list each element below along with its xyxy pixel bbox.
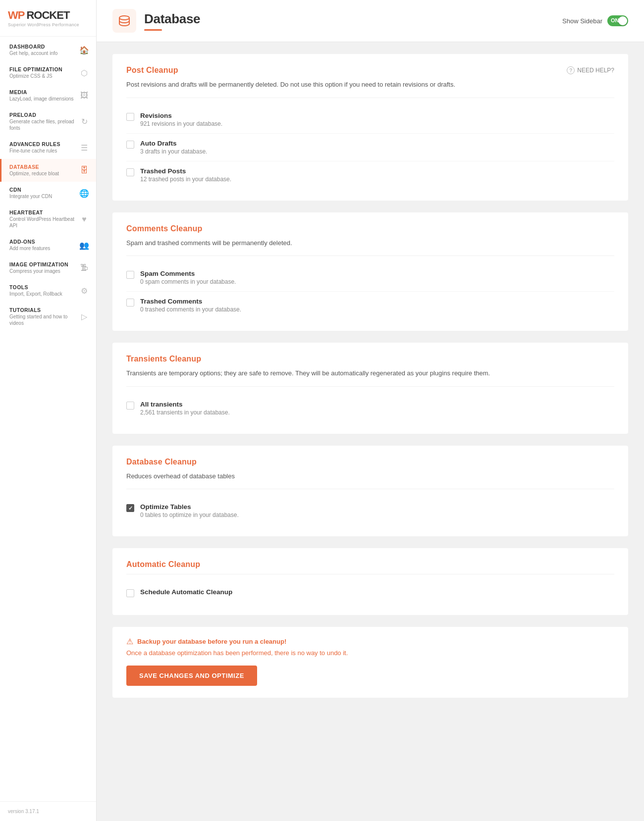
sidebar-item-title-dashboard: DASHBOARD: [9, 44, 57, 50]
checkbox-label-wrap-trashed-posts: Trashed Posts 12 trashed posts in your d…: [140, 167, 231, 183]
checkbox-label-revisions: Revisions: [140, 112, 222, 119]
sidebar-item-subtitle-add-ons: Add more features: [9, 245, 50, 252]
post-cleanup-header: Post Cleanup ? NEED HELP?: [126, 66, 614, 75]
backup-warning-section: ⚠ Backup your database before you run a …: [112, 627, 628, 698]
post-cleanup-desc: Post revisions and drafts will be perman…: [126, 80, 614, 90]
sidebar-item-icon-add-ons: 👥: [79, 241, 89, 250]
checkbox-label-wrap-schedule-automatic-cleanup: Schedule Automatic Cleanup: [140, 588, 232, 596]
sidebar-item-media[interactable]: MEDIA LazyLoad, image dimensions 🖼: [0, 84, 96, 107]
sidebar-item-title-media: MEDIA: [9, 89, 74, 95]
svg-point-0: [119, 16, 129, 20]
backup-text2: Once a database optimization has been pe…: [126, 649, 614, 657]
checkbox-label-wrap-optimize-tables: Optimize Tables 0 tables to optimize in …: [140, 503, 239, 518]
checkbox-sublabel-trashed-posts: 12 trashed posts in your database.: [140, 176, 231, 183]
checkbox-label-trashed-posts: Trashed Posts: [140, 167, 231, 175]
sidebar-item-subtitle-database: Optimize, reduce bloat: [9, 170, 59, 177]
checkbox-label-optimize-tables: Optimize Tables: [140, 503, 239, 511]
main-header: Database Show Sidebar ON: [97, 0, 644, 42]
sidebar-item-title-tutorials: TUTORIALS: [9, 307, 79, 313]
checkbox-label-wrap-spam-comments: Spam Comments 0 spam comments in your da…: [140, 270, 236, 285]
automatic-cleanup-divider: [126, 574, 614, 574]
post-cleanup-items: Revisions 921 revisions in your database…: [126, 106, 614, 189]
comments-cleanup-title: Comments Cleanup: [126, 224, 202, 233]
sidebar-item-subtitle-media: LazyLoad, image dimensions: [9, 96, 74, 102]
need-help-icon: ?: [567, 66, 575, 74]
transients-cleanup-desc: Transients are temporary options; they a…: [126, 368, 614, 378]
checkbox-label-trashed-comments: Trashed Comments: [140, 298, 241, 305]
sidebar-nav: DASHBOARD Get help, account info 🏠 FILE …: [0, 39, 96, 801]
checkbox-row-spam-comments: Spam Comments 0 spam comments in your da…: [126, 264, 614, 292]
sidebar-item-title-add-ons: ADD-ONS: [9, 239, 50, 245]
checkbox-wrap-trashed-posts: [126, 168, 134, 176]
sidebar-item-subtitle-tutorials: Getting started and how to videos: [9, 313, 79, 326]
checkbox-label-spam-comments: Spam Comments: [140, 270, 236, 277]
sidebar-toggle[interactable]: ON: [607, 15, 628, 26]
sidebar-item-preload[interactable]: PRELOAD Generate cache files, preload fo…: [0, 107, 96, 136]
checkbox-sublabel-trashed-comments: 0 trashed comments in your database.: [140, 306, 241, 313]
checkbox-label-wrap-trashed-comments: Trashed Comments 0 trashed comments in y…: [140, 298, 241, 313]
sidebar-item-icon-database: 🗄: [79, 166, 89, 175]
sidebar-item-title-preload: PRELOAD: [9, 112, 79, 118]
checkbox-label-all-transients: All transients: [140, 401, 230, 408]
checkbox-optimize-tables[interactable]: ✓: [126, 504, 134, 512]
checkbox-trashed-comments[interactable]: [126, 299, 134, 307]
comments-cleanup-header: Comments Cleanup: [126, 224, 614, 233]
sidebar-item-subtitle-tools: Import, Export, Rollback: [9, 291, 62, 297]
checkbox-sublabel-auto-drafts: 3 drafts in your database.: [140, 148, 207, 155]
sidebar-item-tools[interactable]: TOOLS Import, Export, Rollback ⚙: [0, 279, 96, 302]
sidebar-item-add-ons[interactable]: ADD-ONS Add more features 👥: [0, 234, 96, 257]
sidebar-item-heartbeat[interactable]: HEARTBEAT Control WordPress Heartbeat AP…: [0, 205, 96, 234]
database-cleanup-title: Database Cleanup: [126, 458, 197, 466]
sidebar-item-dashboard[interactable]: DASHBOARD Get help, account info 🏠: [0, 39, 96, 61]
sidebar-item-advanced-rules[interactable]: ADVANCED RULES Fine-tune cache rules ☰: [0, 136, 96, 159]
sidebar-item-tutorials[interactable]: TUTORIALS Getting started and how to vid…: [0, 302, 96, 331]
sidebar-item-cdn[interactable]: CDN Integrate your CDN 🌐: [0, 182, 96, 205]
checkbox-spam-comments[interactable]: [126, 271, 134, 279]
transients-cleanup-section: Transients Cleanup Transients are tempor…: [112, 343, 628, 434]
checkbox-row-optimize-tables: ✓ Optimize Tables 0 tables to optimize i…: [126, 497, 614, 524]
sidebar-item-database[interactable]: DATABASE Optimize, reduce bloat 🗄: [0, 159, 96, 182]
checkbox-row-revisions: Revisions 921 revisions in your database…: [126, 106, 614, 134]
checkmark-icon: ✓: [128, 505, 133, 512]
post-cleanup-section: Post Cleanup ? NEED HELP? Post revisions…: [112, 54, 628, 201]
sidebar-item-subtitle-file-optimization: Optimize CSS & JS: [9, 73, 62, 79]
sidebar-item-icon-advanced-rules: ☰: [79, 143, 89, 153]
checkbox-sublabel-revisions: 921 revisions in your database.: [140, 120, 222, 127]
sidebar-item-image-optimization[interactable]: IMAGE OPTIMIZATION Compress your images …: [0, 257, 96, 279]
sidebar-item-icon-cdn: 🌐: [79, 189, 89, 198]
sidebar-item-icon-preload: ↻: [79, 117, 89, 126]
checkbox-label-wrap-auto-drafts: Auto Drafts 3 drafts in your database.: [140, 140, 207, 155]
need-help-label: NEED HELP?: [577, 67, 614, 74]
sidebar-item-icon-file-optimization: ⬡: [79, 68, 89, 78]
checkbox-revisions[interactable]: [126, 113, 134, 121]
comments-cleanup-items: Spam Comments 0 spam comments in your da…: [126, 264, 614, 319]
header-right: Show Sidebar ON: [562, 15, 628, 26]
database-cleanup-items: ✓ Optimize Tables 0 tables to optimize i…: [126, 497, 614, 524]
checkbox-trashed-posts[interactable]: [126, 168, 134, 176]
checkbox-wrap-auto-drafts: [126, 141, 134, 149]
logo: WP ROCKET Superior WordPress Performance: [0, 0, 96, 37]
main-content: Post Cleanup ? NEED HELP? Post revisions…: [97, 42, 644, 710]
show-sidebar-label: Show Sidebar: [562, 17, 602, 25]
save-changes-button[interactable]: SAVE CHANGES AND OPTIMIZE: [126, 666, 257, 686]
sidebar-item-subtitle-cdn: Integrate your CDN: [9, 193, 52, 200]
transients-cleanup-items: All transients 2,561 transients in your …: [126, 395, 614, 422]
checkbox-label-wrap-revisions: Revisions 921 revisions in your database…: [140, 112, 222, 127]
sidebar: WP ROCKET Superior WordPress Performance…: [0, 0, 97, 821]
sidebar-item-subtitle-advanced-rules: Fine-tune cache rules: [9, 148, 60, 154]
toggle-track[interactable]: ON: [607, 15, 628, 26]
logo-rocket: ROCKET: [26, 9, 69, 22]
checkbox-wrap-schedule-automatic-cleanup: [126, 589, 134, 597]
sidebar-item-file-optimization[interactable]: FILE OPTIMIZATION Optimize CSS & JS ⬡: [0, 61, 96, 84]
checkbox-all-transients[interactable]: [126, 402, 134, 410]
need-help-link[interactable]: ? NEED HELP?: [567, 66, 614, 74]
main-content-area: Database Show Sidebar ON Post Cleanup ? …: [97, 0, 644, 821]
checkbox-row-trashed-comments: Trashed Comments 0 trashed comments in y…: [126, 292, 614, 319]
post-cleanup-divider: [126, 98, 614, 98]
checkbox-wrap-revisions: [126, 113, 134, 121]
sidebar-item-icon-media: 🖼: [79, 91, 89, 100]
post-cleanup-title: Post Cleanup: [126, 66, 178, 75]
checkbox-auto-drafts[interactable]: [126, 141, 134, 149]
toggle-knob: [618, 16, 627, 25]
checkbox-schedule-automatic-cleanup[interactable]: [126, 589, 134, 597]
